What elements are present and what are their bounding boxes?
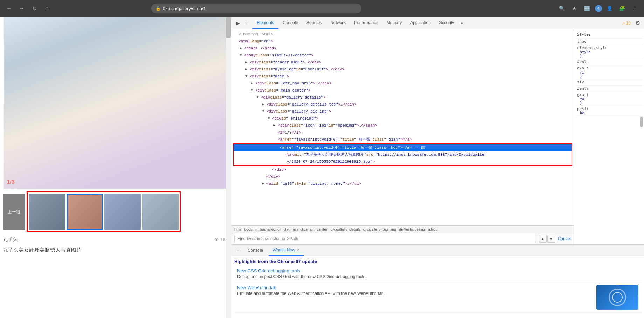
tree-arrow[interactable]: ▶	[245, 66, 250, 73]
find-arrows: ▲ ▼	[539, 235, 555, 243]
breadcrumb-gallery-big-img[interactable]: div.gallery_big_img	[363, 227, 396, 231]
html-line[interactable]: ▶ <head> … </head>	[231, 45, 574, 52]
html-tree[interactable]: <!DOCTYPE html> <html lang = "en" > ▶ <h…	[231, 29, 574, 225]
thumbnail-3[interactable]	[104, 194, 141, 230]
inspect-element-button[interactable]: ▶	[233, 18, 243, 28]
tree-arrow[interactable]	[273, 129, 278, 136]
tab-network[interactable]: Network	[326, 17, 350, 29]
html-line[interactable]: ▼ <body class = "nimbus-is-editor" >	[231, 52, 574, 59]
tab-console[interactable]: Console	[278, 17, 302, 29]
html-line[interactable]: ▶ <div class = "left_nav mr15" > … </div…	[231, 80, 574, 87]
tree-arrow[interactable]: ▼	[262, 108, 266, 115]
tree-arrow[interactable]: ▼	[251, 87, 255, 94]
html-line[interactable]: <html lang = "en" >	[231, 38, 574, 45]
html-line[interactable]: </div>	[231, 166, 574, 173]
tree-arrow[interactable]: ▶	[240, 45, 244, 52]
bookmark-button[interactable]: ★	[570, 4, 580, 13]
html-line[interactable]: ▼ <div class = "main_center" >	[231, 87, 574, 94]
find-input[interactable]	[234, 235, 536, 243]
tree-arrow[interactable]	[262, 174, 266, 180]
tree-arrow[interactable]	[281, 151, 285, 158]
more-tabs-button[interactable]: »	[458, 17, 465, 29]
tree-arrow[interactable]	[273, 136, 278, 143]
highlighted-line-2[interactable]: <img alt = "丸子头美女纤瘦美腿诱人写真图片" src = "http…	[234, 151, 572, 158]
update-title-1[interactable]: New CSS Grid debugging tools	[237, 268, 638, 273]
tree-arrow[interactable]: ▼	[240, 52, 244, 59]
console-dots[interactable]: ⋮	[234, 248, 242, 253]
ext-badge[interactable]: 4	[595, 5, 602, 12]
breadcrumb-html[interactable]: html	[234, 227, 242, 231]
tree-arrow[interactable]: ▼	[257, 94, 261, 101]
warning-badge[interactable]: △ 10	[620, 21, 633, 26]
prev-group-button[interactable]: 上一组	[3, 194, 25, 230]
breadcrumb-main-center[interactable]: div.main_center	[300, 227, 327, 231]
tree-arrow[interactable]: ▼	[268, 115, 272, 122]
html-line[interactable]: </div>	[231, 173, 574, 180]
breadcrumb-gallery-details[interactable]: div.gallery_details	[330, 227, 361, 231]
html-line[interactable]: ▶ <div class = "myDialog" id = "userInit…	[231, 66, 574, 73]
tree-arrow[interactable]: ▶	[262, 181, 266, 187]
tree-arrow[interactable]: ▼	[245, 73, 250, 80]
cancel-button[interactable]: Cancel	[558, 236, 571, 241]
search-button[interactable]: 🔍	[557, 4, 567, 13]
html-line[interactable]: ▶ <ul id = "ig33" style = "display: none…	[231, 180, 574, 187]
tree-arrow[interactable]: ▶	[245, 59, 250, 66]
tree-arrow[interactable]: ▶	[262, 101, 266, 108]
tab-whats-new[interactable]: What's New ✕	[269, 245, 304, 256]
extensions-button[interactable]: 🧩	[617, 4, 627, 13]
address-bar[interactable]: 🔒 0xu.cn/gallery/ctmn/1	[151, 4, 361, 13]
settings-button[interactable]: ⚙	[633, 18, 643, 28]
find-prev-button[interactable]: ▲	[539, 235, 547, 243]
tree-arrow[interactable]	[234, 31, 238, 38]
breadcrumb-body[interactable]: body.nimbus-is-editor	[244, 227, 281, 231]
find-next-button[interactable]: ▼	[547, 235, 555, 243]
html-line[interactable]: ▼ <div id = "enlargeimg" >	[231, 115, 574, 122]
extension-button[interactable]: 🆕	[582, 4, 592, 13]
tab-security[interactable]: Security	[435, 17, 458, 29]
html-line[interactable]: ▼ <div class = "gallery_details" >	[231, 94, 574, 101]
menu-button[interactable]: ⋮	[630, 4, 640, 13]
breadcrumb-main[interactable]: div.main	[284, 227, 298, 231]
thumbnail-2[interactable]	[67, 194, 103, 230]
tab-memory[interactable]: Memory	[382, 17, 406, 29]
tree-arrow[interactable]	[268, 167, 272, 173]
tree-arrow[interactable]: ▶	[251, 80, 255, 87]
browser-chrome: ← → ↻ ⌂ 🔒 0xu.cn/gallery/ctmn/1 🔍 ★ 🆕 4 …	[0, 0, 644, 17]
thumbnail-1[interactable]	[29, 194, 65, 230]
tab-sources[interactable]: Sources	[302, 17, 326, 29]
close-tab-icon[interactable]: ✕	[297, 248, 300, 252]
html-line[interactable]: <!DOCTYPE html>	[231, 31, 574, 38]
html-line[interactable]: ▶ <div class = "header mb15" > … </div>	[231, 59, 574, 66]
highlighted-line-3[interactable]: y/2020-07-24/1595597929122908619.jpg" >	[234, 158, 572, 165]
tree-arrow[interactable]	[276, 144, 280, 151]
html-line[interactable]: <i> 1/3 </i>	[231, 129, 574, 136]
breadcrumb-enlargeimg[interactable]: div#enlargeimg	[399, 227, 425, 231]
update-image	[596, 285, 638, 310]
tab-application[interactable]: Application	[406, 17, 435, 29]
breadcrumb-hou[interactable]: a.hou	[428, 227, 438, 231]
scroll-indicator[interactable]	[226, 17, 231, 318]
tree-arrow[interactable]	[234, 38, 238, 45]
html-line[interactable]: <a href = "javascript:void(0);" title = …	[231, 136, 574, 143]
styles-scrollbar[interactable]	[576, 116, 643, 119]
highlighted-line-1[interactable]: <a href = "javascript:void(0);" title = …	[234, 144, 572, 151]
html-line[interactable]: ▼ <div class = "gallery_big_img" >	[231, 108, 574, 115]
tab-console-bottom[interactable]: Console	[243, 245, 267, 256]
tree-arrow[interactable]: ▶	[273, 122, 278, 129]
style-rule: sty	[576, 79, 643, 86]
user-button[interactable]: 👤	[605, 4, 615, 13]
reload-button[interactable]: ↻	[29, 4, 39, 13]
forward-button[interactable]: →	[17, 4, 27, 13]
update-title-2[interactable]: New WebAuthn tab	[237, 285, 592, 290]
html-line[interactable]: ▼ <div class = "main" >	[231, 73, 574, 80]
back-button[interactable]: ←	[4, 4, 14, 13]
thumbnail-4[interactable]	[142, 194, 179, 230]
devtools-bottom: ⋮ Console What's New ✕ Highlights from t…	[231, 244, 644, 318]
console-content: Highlights from the Chrome 87 update New…	[231, 256, 644, 318]
tab-performance[interactable]: Performance	[350, 17, 382, 29]
html-line[interactable]: ▶ <div class = "gallery_details_top" > ……	[231, 101, 574, 108]
device-toggle-button[interactable]: ◻	[243, 18, 252, 28]
home-button[interactable]: ⌂	[42, 4, 52, 13]
tab-elements[interactable]: Elements	[252, 17, 278, 29]
html-line[interactable]: ▶ <span class = "icon--162" id = "openim…	[231, 122, 574, 129]
